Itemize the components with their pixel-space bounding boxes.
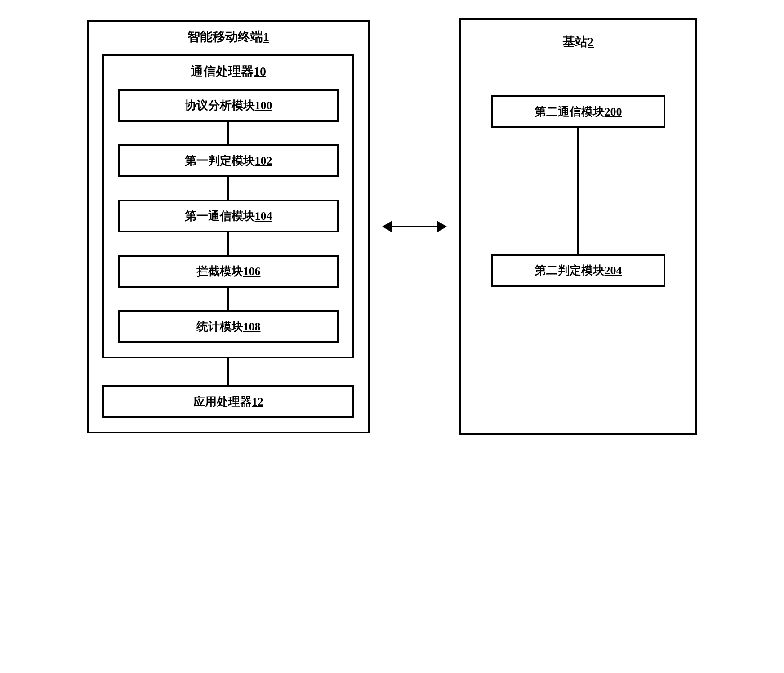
module-label: 统计模块 bbox=[196, 320, 243, 333]
module-num: 12 bbox=[252, 395, 263, 408]
module-num: 106 bbox=[243, 265, 261, 278]
processor-title-text: 通信处理器 bbox=[191, 64, 254, 78]
connector bbox=[227, 358, 229, 385]
module-num: 104 bbox=[255, 209, 272, 223]
module-second-judgment: 第二判定模块204 bbox=[491, 254, 665, 287]
module-statistics: 统计模块108 bbox=[118, 310, 339, 343]
module-num: 108 bbox=[243, 320, 261, 333]
module-first-judgment: 第一判定模块102 bbox=[118, 144, 339, 177]
terminal-title-num: 1 bbox=[263, 30, 269, 44]
arrow-container bbox=[383, 226, 446, 227]
connector bbox=[227, 177, 229, 200]
processor-box: 通信处理器10 协议分析模块100 第一判定模块102 第一通信模块104 拦截… bbox=[102, 54, 354, 358]
terminal-title-text: 智能移动终端 bbox=[187, 30, 263, 44]
station-title-text: 基站 bbox=[562, 35, 588, 49]
connector bbox=[227, 232, 229, 255]
module-num: 100 bbox=[255, 99, 272, 112]
module-label: 应用处理器 bbox=[193, 395, 252, 408]
module-label: 第二判定模块 bbox=[535, 264, 605, 277]
bidirectional-arrow-icon bbox=[383, 226, 446, 227]
module-first-communication: 第一通信模块104 bbox=[118, 200, 339, 232]
module-intercept: 拦截模块106 bbox=[118, 255, 339, 288]
station-title-num: 2 bbox=[588, 35, 594, 49]
connector bbox=[227, 122, 229, 144]
terminal-box: 智能移动终端1 通信处理器10 协议分析模块100 第一判定模块102 第一通信… bbox=[87, 20, 370, 433]
diagram-container: 智能移动终端1 通信处理器10 协议分析模块100 第一判定模块102 第一通信… bbox=[18, 18, 766, 435]
module-label: 协议分析模块 bbox=[185, 99, 255, 112]
module-label: 第一通信模块 bbox=[185, 209, 255, 223]
module-num: 102 bbox=[255, 154, 272, 167]
connector bbox=[227, 288, 229, 310]
module-protocol-analysis: 协议分析模块100 bbox=[118, 89, 339, 122]
module-label: 第二通信模块 bbox=[535, 105, 605, 118]
connector bbox=[577, 128, 579, 254]
module-num: 200 bbox=[605, 105, 622, 118]
module-label: 拦截模块 bbox=[196, 265, 243, 278]
module-num: 204 bbox=[605, 264, 622, 277]
terminal-title: 智能移动终端1 bbox=[102, 28, 354, 45]
processor-title-num: 10 bbox=[254, 64, 266, 78]
module-label: 第一判定模块 bbox=[185, 154, 255, 167]
station-title: 基站2 bbox=[562, 33, 594, 50]
station-box: 基站2 第二通信模块200 第二判定模块204 bbox=[459, 18, 697, 435]
module-app-processor: 应用处理器12 bbox=[102, 385, 354, 418]
module-second-communication: 第二通信模块200 bbox=[491, 95, 665, 128]
processor-title: 通信处理器10 bbox=[118, 63, 339, 80]
